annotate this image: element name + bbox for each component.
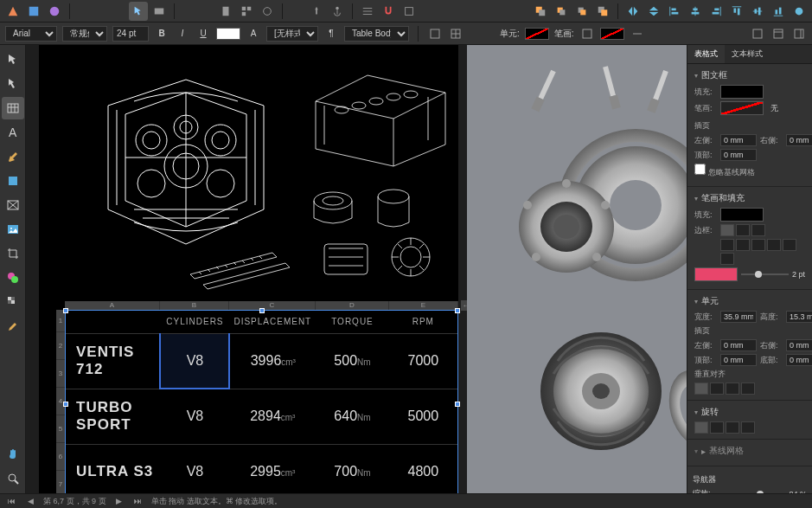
rotate-180-button[interactable] [726,421,739,434]
persona-designer-icon[interactable] [24,2,43,21]
resize-handle[interactable] [63,308,68,313]
flip-v-icon[interactable] [644,2,663,21]
stroke-color-swatch[interactable] [694,267,738,281]
move-tool[interactable] [2,48,24,71]
baseline-icon[interactable] [358,2,377,21]
picture-frame-tool[interactable] [2,194,24,216]
stroke-width-slider[interactable] [741,273,789,275]
inset-right-input[interactable] [786,134,812,146]
tab-text-styles[interactable]: 文本样式 [725,45,770,63]
resize-handle[interactable] [259,308,265,313]
underline-button[interactable]: U [195,26,211,42]
flip-h-icon[interactable] [623,2,643,21]
pen-tool[interactable] [2,145,24,168]
font-style-select[interactable]: 常规体 [62,26,107,42]
table-tool[interactable] [2,97,24,119]
border-left-button[interactable] [767,239,781,251]
vector-crop-tool[interactable] [2,242,24,265]
border-inner-button[interactable] [751,224,765,236]
zoom-slider[interactable] [714,493,786,494]
bold-button[interactable]: B [154,26,169,42]
cell-inset-bottom[interactable] [786,354,812,366]
fill-tool[interactable] [2,267,24,289]
text-tool[interactable]: A [2,121,24,144]
character-style-icon[interactable]: A [246,26,261,42]
rotate-0-button[interactable] [694,421,708,434]
valign-middle-button[interactable] [710,383,724,395]
section-baseline-grid[interactable]: ▸ 基线网格 [694,445,805,457]
frame-stroke-swatch[interactable] [720,101,764,115]
page-first-button[interactable]: ⏮ [5,497,18,505]
panel-toggle-1-icon[interactable] [750,26,765,42]
border-bottom-button[interactable] [751,239,765,251]
pin-icon[interactable] [307,2,326,21]
align-top-icon[interactable] [727,2,746,21]
zoom-tool[interactable] [2,467,24,490]
section-cell[interactable]: 单元 [694,295,805,307]
border-top-button[interactable] [720,239,734,251]
align-bottom-icon[interactable] [769,2,788,21]
stroke-style-icon[interactable] [630,26,645,42]
border-right-button[interactable] [720,253,734,265]
arrange-forward-icon[interactable] [572,2,591,21]
table-object[interactable]: CYLINDERS DISPLACEMENT TORQUE RPM VENTIS… [65,310,458,493]
valign-top-button[interactable] [694,383,708,395]
border-mid-v-button[interactable] [783,239,796,251]
resize-handle[interactable] [455,308,460,313]
assets-icon[interactable] [237,2,256,21]
node-tool[interactable] [2,73,24,95]
app-logo-icon[interactable] [3,2,22,21]
section-stroke-fill[interactable]: 笔画和填充 [694,192,805,204]
resize-handle[interactable] [455,402,460,407]
table-row[interactable]: TURBO SPORT V8 2894cm³ 640Nm 5000 [66,389,457,444]
anchor-icon[interactable] [328,2,347,21]
font-size-input[interactable] [112,26,149,42]
table-edit-icon[interactable] [448,26,464,42]
text-color-swatch[interactable] [216,28,240,40]
char-style-select[interactable]: [无样式] [266,26,318,42]
color-picker-tool[interactable] [2,315,24,338]
align-middle-icon[interactable] [748,2,767,21]
valign-justify-button[interactable] [741,383,755,395]
page-prev-button[interactable]: ◀ [25,497,36,505]
rotate-90-button[interactable] [710,421,724,434]
table-row[interactable]: ULTRA S3 V8 2995cm³ 700Nm 4800 [66,444,457,493]
border-outer-button[interactable] [736,224,750,236]
cell-inset-left[interactable] [720,339,757,351]
panel-toggle-3-icon[interactable] [791,26,807,42]
selected-cell[interactable]: V8 [160,333,229,389]
valign-bottom-button[interactable] [726,383,739,395]
cell-edit-icon[interactable] [427,26,443,42]
border-all-button[interactable] [720,224,734,236]
canvas-viewport[interactable]: A B C D E 1 2 3 4 5 6 7 ↔ ↕ [26,45,687,493]
hand-tool[interactable] [2,443,24,466]
italic-button[interactable]: I [175,26,190,42]
arrange-front-icon[interactable] [593,2,612,21]
table-row[interactable]: VENTIS 712 V8 3996cm³ 500Nm 7000 [66,333,457,389]
align-center-icon[interactable] [686,2,705,21]
preflight-icon[interactable] [258,2,277,21]
cell-inset-top[interactable] [720,354,757,366]
arrange-back-icon[interactable] [531,2,550,21]
rotate-270-button[interactable] [741,421,755,434]
section-text-frame[interactable]: 图文框 [694,69,805,81]
stroke-border-icon[interactable] [579,26,595,42]
frame-fill-swatch[interactable] [720,85,764,99]
border-mid-h-button[interactable] [736,239,750,251]
select-tool-icon[interactable] [129,2,148,21]
resize-handle[interactable] [63,402,68,407]
transparency-tool[interactable] [2,291,24,313]
para-style-select[interactable]: Table Body+ [344,26,409,42]
panel-toggle-2-icon[interactable] [770,26,786,42]
inset-top-input[interactable] [720,149,757,161]
ignore-baseline-checkbox[interactable]: 忽略基线网格 [694,164,755,178]
arrange-backward-icon[interactable] [552,2,571,21]
document-icon[interactable] [216,2,235,21]
persona-photo-icon[interactable] [45,2,64,21]
cell-inset-right[interactable] [786,339,812,351]
image-tool[interactable] [2,218,24,241]
font-family-select[interactable]: Arial [5,26,57,42]
align-right-icon[interactable] [707,2,726,21]
inset-left-input[interactable] [720,134,757,146]
distribute-icon[interactable] [790,2,809,21]
